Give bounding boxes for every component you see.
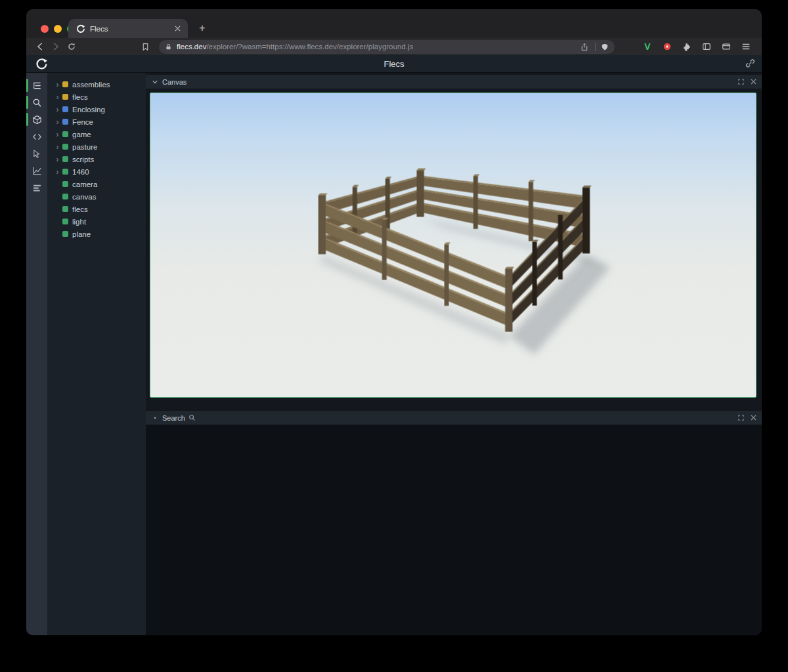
share-icon[interactable]	[580, 43, 588, 51]
browser-toolbar: flecs.dev/explorer/?wasm=https://www.fle…	[26, 38, 762, 55]
entity-tree: ›assemblies›flecs›Enclosing›Fence›game›p…	[47, 73, 146, 635]
entity-color-square	[62, 181, 68, 187]
cube-icon[interactable]	[26, 111, 47, 128]
entity-color-square	[62, 106, 68, 112]
link-icon[interactable]	[745, 58, 755, 68]
expand-arrow-icon[interactable]: ›	[54, 131, 61, 138]
expand-icon[interactable]	[737, 414, 745, 421]
tree-item[interactable]: ›flecs	[47, 91, 146, 103]
red-extension-icon[interactable]	[661, 40, 674, 53]
reload-icon[interactable]	[66, 41, 77, 52]
tree-item[interactable]: ›camera	[47, 178, 146, 190]
tree-item-label: pasture	[72, 143, 97, 151]
tree-item-label: plane	[72, 230, 91, 238]
tree-item[interactable]: ›plane	[47, 228, 146, 240]
sidebar-toggle-icon[interactable]	[700, 40, 713, 53]
tree-icon[interactable]	[26, 77, 47, 94]
lock-icon	[165, 43, 172, 51]
flecs-favicon	[76, 24, 85, 33]
menu-icon[interactable]	[739, 40, 753, 53]
expand-arrow-icon[interactable]: ›	[54, 118, 61, 126]
close-icon[interactable]	[751, 414, 756, 421]
entity-color-square	[62, 144, 68, 150]
tree-item[interactable]: ›flecs	[47, 203, 146, 215]
browser-window: Flecs + flecs.dev/explorer/?wasm=https:/…	[26, 9, 762, 635]
entity-color-square	[62, 156, 68, 162]
app-body: ›assemblies›flecs›Enclosing›Fence›game›p…	[26, 73, 762, 635]
tree-item[interactable]: ›scripts	[47, 153, 146, 165]
tree-item[interactable]: ›Fence	[47, 116, 146, 128]
url-host: flecs.dev	[177, 43, 206, 51]
expand-arrow-icon[interactable]: ›	[54, 156, 61, 163]
inspect-icon[interactable]	[26, 145, 47, 162]
url-bar-divider	[595, 43, 596, 51]
tree-item-label: flecs	[72, 93, 88, 101]
panel-dot-icon[interactable]: •	[151, 415, 159, 421]
new-tab-button[interactable]: +	[196, 22, 209, 35]
chevron-down-icon[interactable]	[151, 79, 159, 85]
tab-close-icon[interactable]	[172, 24, 183, 34]
search-panel-header: • Search	[146, 411, 762, 425]
tree-item[interactable]: ›light	[47, 215, 146, 228]
extensions-puzzle-icon[interactable]	[680, 40, 693, 53]
fence-scene	[150, 93, 756, 397]
tree-item-label: assemblies	[72, 81, 110, 89]
tree-item-label: canvas	[72, 193, 96, 201]
code-icon[interactable]	[26, 128, 47, 145]
entity-color-square	[62, 219, 68, 224]
wallet-icon[interactable]	[720, 40, 733, 53]
close-icon[interactable]	[751, 78, 756, 85]
tree-item[interactable]: ›pasture	[47, 140, 146, 153]
tree-item-label: scripts	[72, 156, 94, 163]
browser-tab[interactable]: Flecs	[68, 19, 188, 38]
tree-item[interactable]: ›canvas	[47, 190, 146, 203]
toolbar-extensions: V	[641, 40, 753, 53]
expand-arrow-icon[interactable]: ›	[54, 93, 61, 101]
tree-item[interactable]: ›assemblies	[47, 78, 146, 91]
entity-color-square	[62, 81, 68, 87]
stats-icon[interactable]	[26, 179, 47, 196]
expand-icon[interactable]	[737, 78, 745, 85]
search-icon[interactable]	[26, 94, 47, 111]
canvas-panel-body	[146, 89, 762, 402]
shield-icon[interactable]	[601, 43, 609, 51]
expand-arrow-icon[interactable]: ›	[54, 81, 61, 89]
entity-color-square	[62, 169, 68, 175]
tree-item[interactable]: ›Enclosing	[47, 103, 146, 116]
expand-arrow-icon[interactable]: ›	[54, 106, 61, 114]
bookmark-icon[interactable]	[139, 41, 151, 52]
tree-item-label: camera	[72, 180, 97, 188]
tab-bar: Flecs +	[26, 9, 762, 38]
chart-icon[interactable]	[26, 162, 47, 179]
magnifier-icon	[188, 414, 196, 421]
canvas-panel-title: Canvas	[162, 78, 186, 86]
tree-item-label: flecs	[72, 205, 88, 213]
tree-item-label: Fence	[72, 118, 93, 126]
entity-color-square	[62, 119, 68, 125]
app-header: Flecs	[26, 55, 762, 73]
minimize-window-button[interactable]	[54, 25, 62, 33]
back-icon[interactable]	[34, 41, 46, 52]
3d-viewport[interactable]	[150, 93, 756, 398]
flecs-logo	[35, 58, 48, 70]
search-panel-title: Search	[162, 414, 185, 422]
page-title: Flecs	[26, 59, 762, 69]
tree-item-label: game	[72, 131, 91, 138]
canvas-panel-header: Canvas	[146, 75, 762, 89]
search-panel-body[interactable]	[146, 425, 762, 635]
close-window-button[interactable]	[41, 25, 49, 33]
tree-item-label: Enclosing	[72, 106, 105, 114]
main-area: Canvas • Search	[146, 73, 762, 635]
forward-icon[interactable]	[50, 41, 62, 52]
entity-color-square	[62, 231, 68, 237]
entity-color-square	[62, 94, 68, 100]
v-extension-icon[interactable]: V	[641, 40, 654, 53]
expand-arrow-icon[interactable]: ›	[54, 168, 61, 176]
expand-arrow-icon[interactable]: ›	[54, 143, 61, 151]
tree-item[interactable]: ›game	[47, 128, 146, 140]
url-bar[interactable]: flecs.dev/explorer/?wasm=https://www.fle…	[159, 40, 615, 54]
tree-item[interactable]: ›1460	[47, 165, 146, 178]
entity-color-square	[62, 194, 68, 200]
tree-item-label: light	[72, 218, 86, 226]
tree-item-label: 1460	[72, 168, 89, 176]
